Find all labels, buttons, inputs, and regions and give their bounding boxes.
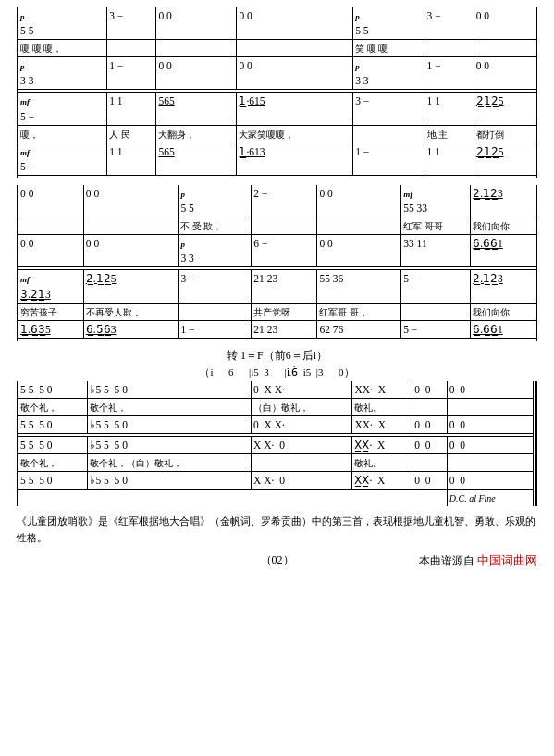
lyrics: （白）敬礼， <box>253 403 309 413</box>
score-cell: p5 5 <box>18 7 107 40</box>
score-cell: 0 0 <box>317 185 401 217</box>
score-cell: 2̲.1̲2̲5 <box>83 270 179 303</box>
lyric-cell: 红军哥 哥， <box>317 303 401 320</box>
score-cell: ♭5 5 5 0 <box>88 415 252 433</box>
score-cell: 6 − <box>252 235 317 267</box>
lyric-cell <box>474 40 536 57</box>
table-row: p3 3 1 − 0 0 0 0 p3 3 1 − 0 0 <box>18 57 536 90</box>
note: 5 5 5 0 <box>20 419 53 430</box>
table-row: mf3̲.2̲1̲3 2̲.1̲2̲5 3 − 21 23 55 36 5 − … <box>18 270 536 303</box>
table-row: 不 受 欺， 红军 哥哥 我们向你 <box>18 217 536 235</box>
score-cell: 0 0 <box>474 57 536 90</box>
header-notes: （i 6 |i5 3 |i̇.6̇ i5 |3 0） <box>200 366 353 378</box>
section1: p5 5 3 − 0 0 0 0 p5 5 3 − 0 0 嗄 嗄 嗄， 笑 嗄… <box>17 7 537 178</box>
note: 1̲.6̲3̲5 <box>20 324 51 335</box>
note: 3 − <box>109 10 123 21</box>
lyrics: 人 民 <box>109 130 130 140</box>
note: 2̲1̲2̲5 <box>476 95 504 106</box>
dc-label: D.C. al Fine <box>449 493 496 503</box>
score-cell: 0 0 <box>83 185 179 217</box>
note: 3 3 <box>180 253 193 264</box>
section3-table: 5 5 5 0 ♭5 5 5 0 0 X X· XX· X 0 0 0 0 敬个… <box>18 381 536 507</box>
lyric-cell: 嗄 嗄 嗄， <box>18 40 107 57</box>
source-link[interactable]: 中国词曲网 <box>477 553 537 567</box>
lyrics: 大家笑嗄嗄， <box>239 130 294 140</box>
dynamic-mf: mf <box>20 148 30 157</box>
score-cell: X X· 0 <box>252 437 352 454</box>
table-row <box>18 338 536 341</box>
note: 5 − <box>403 273 417 284</box>
score-cell: 1 − <box>353 143 425 175</box>
lyric-cell <box>401 303 471 320</box>
score-cell: XX· X <box>352 415 412 433</box>
note: 0 X X· <box>253 419 285 430</box>
note: 3 − <box>427 10 441 21</box>
note: 0 0 <box>414 384 430 395</box>
dynamic-p: p <box>180 240 185 249</box>
table-row: 穷苦孩子 不再受人欺， 共产党呀 红军哥 哥， 我们向你 <box>18 303 536 320</box>
score-cell: mf3̲.2̲1̲3 <box>18 270 83 303</box>
score-cell: 1 1 <box>425 143 474 175</box>
dynamic-p: p <box>20 12 25 21</box>
table-row: 0 0 0 0 p5 5 2 − 0 0 mf55 33 2̲.1̲2̲3 <box>18 185 536 217</box>
lyric-cell: 共产党呀 <box>252 303 317 320</box>
lyric-cell <box>107 40 156 57</box>
note: ♭5 5 5 0 <box>90 384 128 395</box>
note: 0 0 <box>158 60 171 71</box>
score-cell: mf5 − <box>18 143 107 175</box>
lyric-cell <box>447 398 534 415</box>
note: 21 23 <box>253 273 277 284</box>
score-cell: 1 − <box>107 57 156 90</box>
note: ♭5 5 5 0 <box>90 440 128 451</box>
page: p5 5 3 − 0 0 0 0 p5 5 3 − 0 0 嗄 嗄 嗄， 笑 嗄… <box>0 0 554 756</box>
note: 2̲.1̲2̲3 <box>473 273 503 284</box>
lyric-cell: 嗄， <box>18 125 107 143</box>
note: 565 <box>158 95 174 106</box>
score-cell: 1 1 <box>425 93 474 125</box>
score-cell: 1 − <box>179 320 252 338</box>
lyric-cell: 敬个礼， <box>18 398 88 415</box>
lyrics: 嗄， <box>20 130 39 140</box>
note: X X· 0 <box>253 475 285 486</box>
note: 55 36 <box>319 273 343 284</box>
table-row: 嗄 嗄 嗄， 笑 嗄 嗄 <box>18 40 536 57</box>
dynamic-mf: mf <box>403 190 412 199</box>
note: 1 1 <box>109 146 122 157</box>
footer-text-content: 《儿童团放哨歌》是《红军根据地大合唱》（金帆词、罗希贡曲）中的第三首，表现根据地… <box>17 515 536 543</box>
lyric-cell: 大翻身， <box>156 125 237 143</box>
score-cell: 6̲.6̲6̲1 <box>471 235 536 267</box>
score-cell: 0 0 <box>447 415 534 433</box>
note: ♭5 5 5 0 <box>90 419 128 430</box>
note: 0 0 <box>86 188 99 199</box>
score-cell: 33 11 <box>401 235 471 267</box>
score-cell: 0 0 <box>474 7 536 40</box>
note: 2̲.1̲2̲5 <box>86 273 117 284</box>
score-cell: 2̲.1̲2̲3 <box>471 185 536 217</box>
score-cell: 3 − <box>353 93 425 125</box>
source-text: 本曲谱源自 <box>419 554 474 567</box>
note: 5 5 5 0 <box>20 475 53 486</box>
note: 1 1 <box>427 95 440 106</box>
note: 3 − <box>355 95 369 106</box>
lyric-cell <box>425 40 474 57</box>
note: 0 0 <box>86 238 99 249</box>
note: 5 5 <box>180 203 193 214</box>
note: XX· X <box>354 419 386 430</box>
score-cell: 0 X X· <box>252 415 352 433</box>
note: 3 3 <box>355 75 368 86</box>
note: 1̲·615 <box>239 95 265 106</box>
note: 0 0 <box>449 475 465 486</box>
lyric-cell: 敬个礼， <box>88 398 252 415</box>
note: X̲X̲· X <box>354 475 385 486</box>
lyric-cell <box>156 40 237 57</box>
lyrics: 我们向你 <box>473 221 510 231</box>
note: 6̲.6̲6̲1 <box>473 238 503 249</box>
score-cell: 0 0 <box>237 57 353 90</box>
score-cell: 5 5 5 0 <box>18 381 88 399</box>
lyrics: 敬礼。 <box>354 458 382 468</box>
note: 5 − <box>20 161 34 172</box>
note: 0 X X· <box>253 384 285 395</box>
lyric-cell: 敬礼。 <box>352 454 412 472</box>
lyrics: 笑 嗄 嗄 <box>355 43 388 54</box>
note: X̲X̲· X <box>354 440 385 451</box>
